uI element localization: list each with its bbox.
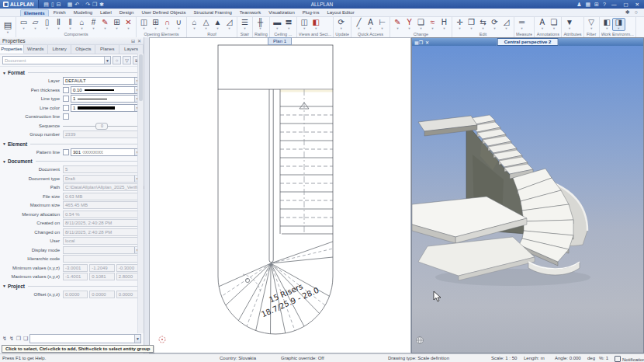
options-icon[interactable]: ✱ — [99, 0, 104, 9]
pin-icon[interactable]: ⊟ — [131, 38, 135, 44]
stair-button[interactable]: ☰▼ — [239, 19, 251, 30]
paste-props-icon[interactable]: ❏ — [23, 336, 28, 342]
ribbon-tab-finish[interactable]: Finish — [50, 9, 69, 16]
attributes-button[interactable]: ▼▼ — [563, 19, 575, 30]
move-button[interactable]: ✛▼ — [454, 19, 466, 30]
door-button[interactable]: ◫▼ — [138, 19, 150, 30]
panel-tab-objects[interactable]: Objects — [71, 45, 95, 54]
stretch-button[interactable]: ≈▼ — [427, 19, 438, 30]
section-button[interactable]: ◧▼ — [310, 19, 322, 30]
element-selector[interactable]: Document ▼ — [2, 56, 111, 64]
slab-button[interactable]: ▱▼ — [29, 19, 41, 30]
match-props-icon[interactable]: ↯ — [2, 336, 7, 342]
ribbon-tab-plug-ins[interactable]: Plug-ins — [299, 9, 323, 16]
skylight-button[interactable]: ◿▼ — [223, 19, 235, 30]
copy-props-icon[interactable]: ❐ — [16, 336, 21, 342]
dimension-button[interactable]: ⊢▼ — [376, 19, 388, 30]
save-icon[interactable]: ▦ — [68, 0, 73, 9]
scale-button[interactable]: ◿▼ — [500, 19, 512, 30]
checkbox[interactable] — [63, 113, 69, 120]
label-pages-button[interactable]: ❏▼ — [548, 19, 559, 30]
close-view-icon[interactable]: ✕ — [425, 40, 429, 45]
property-field[interactable]: 0.10▼ — [71, 86, 141, 94]
command-dropdown-icon[interactable]: ▼ — [134, 335, 140, 343]
panel-tab-layers[interactable]: Layers — [119, 45, 144, 54]
task-board-icon[interactable]: ▤ — [43, 0, 49, 9]
insert-component-button[interactable]: ⊞▼ — [111, 19, 123, 30]
edit-pen-button[interactable]: ✎▼ — [392, 19, 403, 30]
settings-gear-icon[interactable]: ✱ — [625, 9, 630, 16]
undo-icon[interactable]: ↶ — [74, 0, 79, 9]
abc-text-button[interactable]: A▼ — [536, 19, 548, 30]
viewport-3d-tab[interactable]: Central perspective 2 — [497, 38, 559, 46]
beam-button[interactable]: Ⅱ▼ — [53, 19, 64, 30]
command-input[interactable]: ▼ — [29, 334, 141, 343]
ribbon-tab-structural-framing[interactable]: Structural Framing — [190, 9, 234, 16]
selector-dropdown-icon[interactable]: ▼ — [104, 57, 110, 64]
recess-button[interactable]: ∪▼ — [173, 19, 185, 30]
property-field[interactable]: 301○○○○○○○○○○○▼ — [71, 148, 141, 156]
open-icon[interactable]: ⊟ — [57, 0, 61, 9]
section-header-format[interactable]: ▼Format — [2, 70, 141, 75]
property-field[interactable]: 1▼ — [71, 95, 141, 103]
ribbon-tab-teamwork[interactable]: Teamwork — [237, 9, 264, 16]
split-button[interactable]: Y▼ — [403, 19, 415, 30]
viewport-3d[interactable]: ▦ Central perspective 2 ❐✕ — [411, 37, 644, 353]
close-icon[interactable]: ✕ — [634, 2, 641, 8]
update-button[interactable]: ⟳▼ — [335, 19, 347, 30]
new-document-icon[interactable]: ▯ — [51, 0, 54, 9]
panel-tab-planes[interactable]: Planes — [95, 45, 119, 54]
restore-view-icon[interactable]: ❐ — [419, 40, 423, 45]
help-icon[interactable]: ? — [603, 2, 606, 7]
property-field[interactable]: 1▼ — [71, 104, 141, 112]
ribbon-tab-modeling[interactable]: Modeling — [71, 9, 95, 16]
user-icon[interactable]: ♟ — [576, 2, 581, 8]
profile-wall-button[interactable]: ⌂▼ — [76, 19, 88, 30]
ribbon-tab-layout-editor[interactable]: Layout Editor — [324, 9, 357, 16]
section-header-project[interactable]: ▼Project — [2, 284, 141, 289]
wall-button[interactable]: ▭▼ — [18, 19, 29, 30]
search-icon[interactable]: ○ — [635, 9, 638, 16]
task-board-button[interactable]: ▤ ▼ — [0, 17, 16, 37]
viewport-menu-icon[interactable]: ▦ — [412, 40, 419, 45]
transfer-props-icon[interactable]: ↯ — [9, 336, 14, 342]
copy-elements-button[interactable]: ❐▼ — [466, 19, 477, 30]
app-menu-button[interactable]: ▦ ALLPLAN — [0, 0, 39, 9]
filter-funnel-button[interactable]: ▽▼ — [586, 19, 597, 30]
sketch-button[interactable]: ✎▼ — [99, 19, 111, 30]
section-header-document[interactable]: ▼Document — [2, 158, 141, 164]
mirror-button[interactable]: ⇆▼ — [477, 19, 489, 30]
store-icon[interactable]: ▦ — [585, 2, 590, 8]
copy-icon[interactable]: ❐ — [92, 0, 97, 9]
close-panel-icon[interactable]: ✕ — [137, 38, 141, 44]
view-button[interactable]: ◫▼ — [299, 19, 310, 30]
panel-tab-properties[interactable]: Properties — [0, 45, 24, 54]
sequence-slider[interactable]: 0 — [63, 123, 141, 129]
text-button[interactable]: A▼ — [365, 19, 376, 30]
opening-button[interactable]: ∩▼ — [161, 19, 173, 30]
checkbox[interactable] — [63, 149, 69, 155]
double-wall-button[interactable]: ‖▼ — [64, 19, 76, 30]
column-button[interactable]: ▯▼ — [41, 19, 53, 30]
roof-plane-button[interactable]: ⌂▼ — [189, 19, 200, 30]
framework-button[interactable]: #▼ — [88, 19, 99, 30]
ribbon-tab-elements[interactable]: Elements — [20, 9, 49, 16]
ribbon-tab-design[interactable]: Design — [116, 9, 137, 16]
ribbon-tab-label[interactable]: Label — [97, 9, 115, 16]
zoom-select-icon[interactable]: ○ — [113, 56, 121, 64]
ribbon-tab-visualization[interactable]: Visualization — [265, 9, 298, 16]
section-header-element[interactable]: ▼Element — [2, 141, 141, 147]
redo-icon[interactable]: ↷ — [85, 0, 90, 9]
status-notifications[interactable]: Notifications — [615, 356, 644, 362]
checkbox[interactable] — [63, 96, 69, 102]
ceiling-button[interactable]: ▬▼ — [272, 19, 283, 30]
dormer-button[interactable]: ▲▼ — [212, 19, 223, 30]
measure-button[interactable]: ═▼ — [516, 19, 528, 30]
copy-edit-button[interactable]: ❏▼ — [415, 19, 427, 30]
railing-button[interactable]: ╫▼ — [254, 19, 266, 30]
rotate-button[interactable]: ⟳▼ — [489, 19, 500, 30]
line-button[interactable]: ╱▼ — [353, 19, 365, 30]
delete-component-button[interactable]: ✕▼ — [123, 19, 134, 30]
smart-ceiling-button[interactable]: 〓▼ — [283, 19, 295, 30]
viewport-2d[interactable]: Plan 1 — [149, 37, 411, 353]
